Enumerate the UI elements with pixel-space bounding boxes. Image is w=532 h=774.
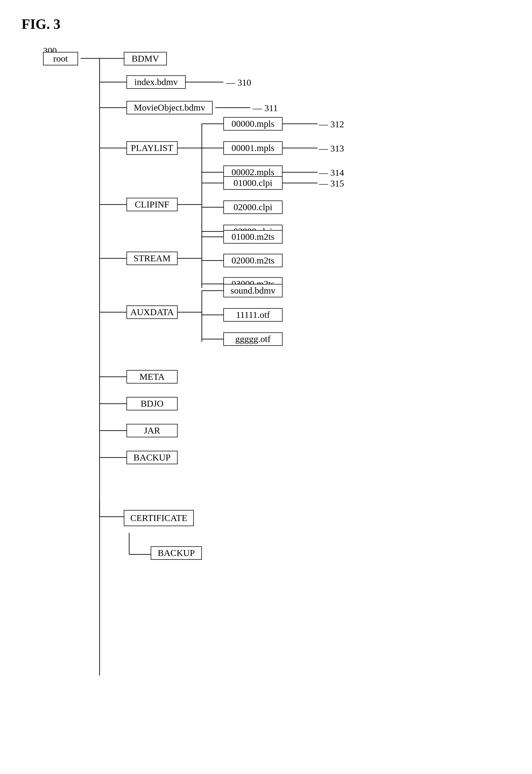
node-00001-mpls: 00001.mpls — [223, 141, 283, 155]
node-00001-mpls-label: 00001.mpls — [231, 143, 274, 153]
node-movieobject-bdmv-label: MovieObject.bdmv — [134, 103, 205, 113]
node-ggggg-otf: ggggg.otf — [223, 332, 283, 346]
node-02000-clpi-label: 02000.clpi — [234, 202, 272, 212]
node-00000-mpls: 00000.mpls — [223, 117, 283, 131]
ref-310: — 310 — [226, 78, 251, 88]
node-stream-label: STREAM — [133, 253, 171, 263]
node-movieobject-bdmv: MovieObject.bdmv — [126, 101, 213, 114]
node-meta-label: META — [139, 372, 165, 382]
node-01000-m2ts: 01000.m2ts — [223, 230, 283, 244]
node-playlist: PLAYLIST — [126, 141, 178, 155]
node-01000-clpi: 01000.clpi — [223, 176, 283, 190]
node-backup-bdmv: BACKUP — [126, 451, 178, 464]
node-bdjo-label: BDJO — [140, 399, 163, 409]
ref-315: — 315 — [319, 178, 344, 189]
node-ggggg-otf-label: ggggg.otf — [235, 334, 270, 344]
node-certificate: CERTIFICATE — [124, 510, 194, 526]
node-index-bdmv-label: index.bdmv — [134, 77, 178, 87]
node-playlist-label: PLAYLIST — [131, 143, 173, 153]
node-11111-otf: 11111.otf — [223, 308, 283, 322]
node-bdmv-label: BDMV — [132, 54, 159, 64]
node-backup-cert: BACKUP — [151, 546, 202, 560]
node-sound-bdmv-label: sound.bdmv — [230, 286, 275, 296]
node-11111-otf-label: 11111.otf — [236, 310, 270, 320]
node-sound-bdmv: sound.bdmv — [223, 284, 283, 297]
node-auxdata-label: AUXDATA — [130, 307, 174, 317]
node-00000-mpls-label: 00000.mpls — [231, 119, 274, 129]
node-02000-m2ts: 02000.m2ts — [223, 254, 283, 267]
ref-313-text: — 313 — [319, 143, 344, 153]
ref-311-text: — 311 — [253, 103, 278, 113]
node-jar-label: JAR — [144, 425, 160, 436]
ref-312-text: — 312 — [319, 119, 344, 129]
node-01000-m2ts-label: 01000.m2ts — [231, 232, 274, 242]
node-auxdata: AUXDATA — [126, 305, 178, 319]
diagram: 300 root BDMV index.bdmv — 310 MovieObje… — [27, 43, 511, 756]
node-jar: JAR — [126, 424, 178, 437]
ref-312: — 312 — [319, 119, 344, 129]
node-stream: STREAM — [126, 252, 178, 265]
ref-314-text: — 314 — [319, 168, 344, 178]
node-meta: META — [126, 370, 178, 384]
ref-313: — 313 — [319, 143, 344, 154]
ref-314: — 314 — [319, 168, 344, 178]
node-bdjo: BDJO — [126, 397, 178, 410]
fig-label: FIG. 3 — [22, 16, 60, 32]
ref-311: — 311 — [253, 103, 278, 113]
node-02000-clpi: 02000.clpi — [223, 200, 283, 214]
node-backup-cert-label: BACKUP — [158, 548, 195, 558]
node-bdmv: BDMV — [124, 52, 167, 65]
node-clipinf: CLIPINF — [126, 198, 178, 211]
node-root: root — [43, 52, 78, 65]
node-00002-mpls-label: 00002.mpls — [231, 167, 274, 177]
node-certificate-label: CERTIFICATE — [130, 513, 187, 523]
ref-310-text: — 310 — [226, 78, 251, 87]
ref-315-text: — 315 — [319, 178, 344, 188]
node-02000-m2ts-label: 02000.m2ts — [231, 255, 274, 266]
node-index-bdmv: index.bdmv — [126, 75, 186, 89]
node-root-label: root — [53, 54, 68, 64]
node-clipinf-label: CLIPINF — [135, 199, 169, 210]
node-01000-clpi-label: 01000.clpi — [234, 178, 272, 188]
node-backup-bdmv-label: BACKUP — [133, 452, 171, 463]
figure-label-text: FIG. 3 — [22, 16, 60, 32]
